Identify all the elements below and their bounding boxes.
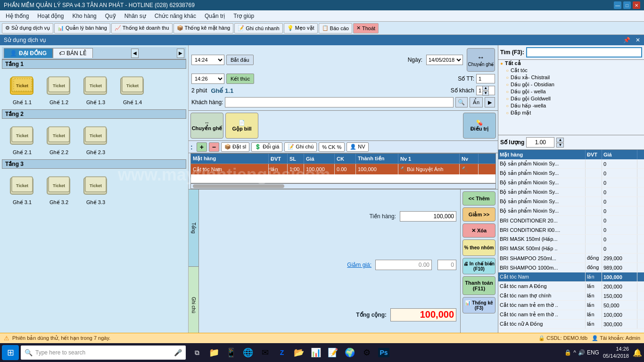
product-row-selected[interactable]: Cắt tóc Namlần100,000 xyxy=(498,272,644,282)
tree-item-cat-toc[interactable]: ○ Cắt tóc xyxy=(498,67,644,74)
tree-item-dau-goi-goldwell[interactable]: ○ Dầu gội Goldwell xyxy=(498,95,644,102)
product-row[interactable]: BRI MASK 150ml (Hấp...0 xyxy=(498,235,644,244)
product-row[interactable]: Cắt tóc nam A Đồnglần200,000 xyxy=(498,282,644,291)
menu-quy[interactable]: Quỹ xyxy=(101,12,120,20)
chair-2-2[interactable]: Ticket Ghế 2.2 xyxy=(42,123,75,156)
tb-quan-ly-ban-hang[interactable]: 📊 Quản lý bán hàng xyxy=(54,23,110,33)
tab-nav-next[interactable]: ▶ xyxy=(177,49,184,58)
time-start-select[interactable]: 14:24 xyxy=(191,55,224,65)
tree-item-dau-goi-obs[interactable]: ○ Dầu gội - Obsidian xyxy=(498,81,644,88)
tab-ban-le[interactable]: 🏷 BÁN LẺ xyxy=(53,48,93,58)
network-icon[interactable]: 🔒 xyxy=(564,349,571,356)
remove-item-button[interactable]: − xyxy=(209,142,219,152)
taskbar-photoshop[interactable]: Ps xyxy=(376,345,391,360)
in-che-bien-button[interactable]: 🖨 In chế biến (F10) xyxy=(462,258,495,274)
menu-hoat-dong[interactable]: Hoạt động xyxy=(33,12,67,20)
chair-1-2[interactable]: Ticket Ghế 1.2 xyxy=(42,73,75,106)
add-item-button[interactable]: + xyxy=(197,142,207,152)
bat-dau-button[interactable]: Bắt đầu xyxy=(226,55,254,65)
so-luong-down[interactable]: ▼ xyxy=(556,143,564,148)
chair-1-3[interactable]: Ticket Ghế 1.3 xyxy=(79,73,112,106)
ket-thuc-button[interactable]: Kết thúc xyxy=(226,74,254,84)
product-row[interactable]: Cắt tóc nam trẻ em thờ ..lần100,000 xyxy=(498,310,644,320)
start-button[interactable]: ⊞ xyxy=(2,345,19,360)
product-row[interactable]: BRI SHAMPOO 1000m...đồng989,000 xyxy=(498,263,644,272)
gop-bill-btn[interactable]: 📄Gộp bill xyxy=(225,113,258,139)
tab-dai-dong[interactable]: 👤 ĐẠI ĐỒNG xyxy=(4,48,53,58)
menu-kho-hang[interactable]: Kho hàng xyxy=(68,12,100,20)
xoa-button[interactable]: ✕ Xóa xyxy=(462,223,495,238)
pct-nhom-button[interactable]: % theo nhóm xyxy=(462,239,495,256)
search-input[interactable] xyxy=(526,47,642,58)
so-luong-up[interactable]: ▲ xyxy=(556,138,564,142)
taskbar-zalo[interactable]: Z xyxy=(274,345,289,360)
menu-nhan-su[interactable]: Nhân sự xyxy=(121,12,150,20)
khach-hang-input[interactable] xyxy=(225,97,453,107)
product-row[interactable]: Cắt tóc nam trẻ em thờ ..lần50,000 xyxy=(498,301,644,310)
tong-tab[interactable]: Tổng xyxy=(189,189,198,267)
menu-chuc-nang-khac[interactable]: Chức năng khác xyxy=(151,12,200,20)
doi-gia-button[interactable]: 💲 Đổi giá xyxy=(251,142,282,152)
minimize-button[interactable]: — xyxy=(614,1,621,9)
product-row[interactable]: Bộ sản phẩm Nioxin Sy...0 xyxy=(498,159,644,169)
table-row[interactable]: Cắt tóc Nam lần 1.00 100,000 0.00 100,00… xyxy=(191,164,495,174)
an-button[interactable]: Ẩn xyxy=(470,97,483,107)
dat-sl-button[interactable]: 📦 Đặt sl xyxy=(221,142,249,152)
tb-bao-cao[interactable]: 📋 Báo cáo xyxy=(319,23,352,33)
ngay-select[interactable]: 14/05/2018 xyxy=(426,55,463,65)
tb-ghi-chu-nhanh[interactable]: 📝 Ghi chú nhanh xyxy=(234,23,283,33)
taskbar-explorer[interactable]: 📂 xyxy=(291,345,306,360)
clock[interactable]: 14:26 05/14/2018 xyxy=(603,346,629,360)
tb-su-dung-dich-vu[interactable]: ⚙ Sử dụng dịch vụ xyxy=(2,23,53,33)
product-row[interactable]: BRI MASK 500ml (Hấp ..0 xyxy=(498,244,644,254)
chair-2-3[interactable]: Ticket Ghế 2.3 xyxy=(79,123,112,156)
speaker-icon[interactable]: 🔊 xyxy=(578,349,585,356)
tree-item-dap-mat[interactable]: ○ Đắp mặt xyxy=(498,109,644,116)
ck-percent-button[interactable]: % CK % xyxy=(319,142,345,152)
menu-he-thong[interactable]: Hệ thống xyxy=(2,12,33,20)
chair-1-1[interactable]: Ticket Ghế 1.1 xyxy=(6,73,39,106)
taskbar-mail[interactable]: ✉ xyxy=(257,345,272,360)
giam-button[interactable]: Giảm >> xyxy=(462,207,495,222)
product-row[interactable]: BRI SHAMPOO 250ml...đồng299,000 xyxy=(498,254,644,263)
pin-icon[interactable]: 📌 xyxy=(623,37,630,43)
product-row[interactable]: Bộ sản phẩm Nioxin Sy...0 xyxy=(498,206,644,216)
giam-gia-label[interactable]: Giảm giá: xyxy=(334,262,372,268)
thong-ke-button[interactable]: 📊 Thống kê (F3) xyxy=(462,297,495,313)
taskbar-search-box[interactable]: 🔍 Type here to search 🎤 xyxy=(21,346,186,360)
tb-thong-ke-mat-hang[interactable]: 📦 Thống kê mặt hàng xyxy=(173,23,234,33)
them-button[interactable]: << Thêm xyxy=(462,191,495,206)
tree-item-dau-goi-wella[interactable]: ○ Dầu gội - wella xyxy=(498,88,644,95)
close-button[interactable]: ✕ xyxy=(633,1,640,9)
taskbar-file-manager[interactable]: 📁 xyxy=(206,345,222,360)
time-end-select[interactable]: 14:26 xyxy=(191,74,224,84)
tb-meo-vat[interactable]: 💡 Mẹo vặt xyxy=(284,23,318,33)
chair-3-1[interactable]: Ticket Ghế 3.1 xyxy=(6,173,39,206)
chuyen-ghe-btn2[interactable]: ↔Chuyển ghế xyxy=(190,113,223,139)
product-row[interactable]: Bộ sản phẩm Nioxin Sy...0 xyxy=(498,169,644,178)
so-khach-up[interactable]: ▲ xyxy=(482,86,489,90)
product-row[interactable]: Cắt tóc nam thợ chínhlần150,000 xyxy=(498,291,644,301)
product-row[interactable]: BRI CONDITIONER 20...0 xyxy=(498,216,644,225)
dieu-tri-btn[interactable]: 💊Điều trị xyxy=(463,113,496,139)
ghi-chu-tab[interactable]: Ghi chú xyxy=(189,267,198,344)
chair-2-1[interactable]: Ticket Ghế 2.1 xyxy=(6,123,39,156)
tb-thong-ke-doanh-thu[interactable]: 📈 Thống kê doanh thu xyxy=(111,23,173,33)
tree-item-dau-xa[interactable]: ○ Dầu xả- Chistrail xyxy=(498,74,644,81)
menu-tro-giup[interactable]: Trợ giúp xyxy=(230,12,258,20)
chair-3-3[interactable]: Ticket Ghế 3.3 xyxy=(79,173,112,206)
tab-nav-prev[interactable]: ◀ xyxy=(131,49,139,58)
taskbar-word[interactable]: 📝 xyxy=(325,345,340,360)
chevron-icon[interactable]: ^ xyxy=(573,349,576,356)
chair-3-2[interactable]: Ticket Ghế 3.2 xyxy=(42,173,75,206)
menu-quan-tri[interactable]: Quản trị xyxy=(201,12,229,20)
tb-thoat[interactable]: ✕ Thoát xyxy=(353,23,379,33)
chuyen-ghe-button[interactable]: ↔ Chuyển ghế xyxy=(467,48,495,72)
so-khach-down[interactable]: ▼ xyxy=(482,91,489,96)
product-row[interactable]: Cắt tóc nữ A Đồnglần300,000 xyxy=(498,320,644,329)
so-luong-input[interactable] xyxy=(526,137,554,148)
close-service-icon[interactable]: ✕ xyxy=(636,37,640,43)
task-view-button[interactable]: ⧉ xyxy=(190,345,205,360)
taskbar-earth[interactable]: 🌍 xyxy=(342,345,357,360)
product-row[interactable]: BRI CONDITIONER l00....0 xyxy=(498,225,644,235)
